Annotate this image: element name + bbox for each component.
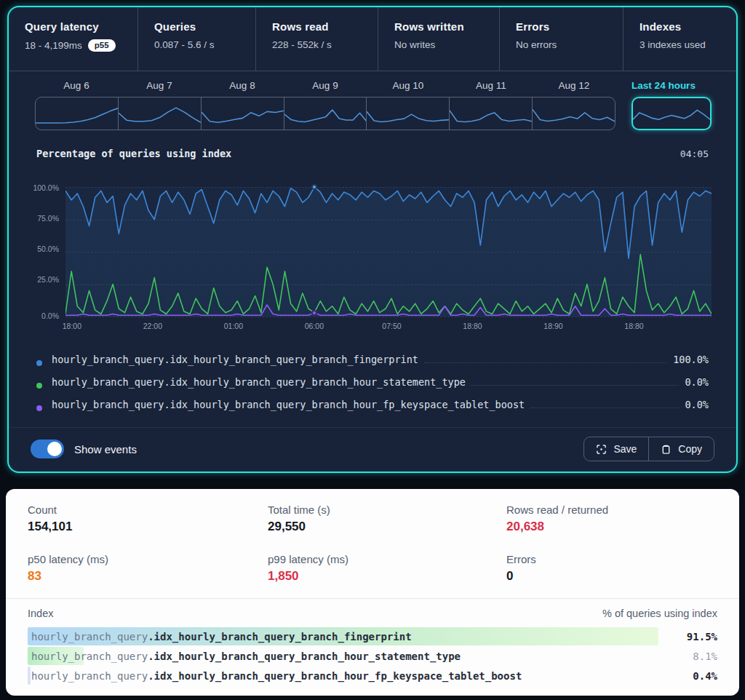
y-tick: 25.0% [9, 276, 59, 284]
x-tick: 18:80 [624, 322, 643, 330]
index-name: .idx_hourly_branch_query_branch_hour_fp_… [148, 670, 522, 682]
metric-card-rows-written[interactable]: Rows written No writes [378, 7, 500, 71]
y-tick: 75.0% [9, 215, 59, 223]
metric-title: Indexes [640, 20, 736, 33]
legend-dot-purple [36, 405, 42, 411]
metric-value: 0.087 - 5.6 / s [154, 39, 255, 50]
metric-card-query-latency[interactable]: Query latency 18 - 4,199ms p55 [9, 7, 138, 71]
timeline-day-label: Aug 7 [118, 80, 201, 97]
metric-card-queries[interactable]: Queries 0.087 - 5.6 / s [138, 7, 256, 71]
metric-title: Errors [516, 20, 623, 33]
metric-title: Queries [154, 20, 255, 33]
table-row[interactable]: hourly_branch_query.idx_hourly_branch_qu… [28, 646, 717, 666]
index-pct: 91.5% [687, 631, 717, 643]
timeline-day-label: Aug 11 [450, 80, 533, 97]
metric-label: Count [28, 504, 268, 516]
save-copy-button-group: Save Copy [583, 437, 714, 461]
save-button[interactable]: Save [584, 437, 648, 461]
legend-index-pct: 100.0% [673, 354, 709, 365]
y-axis: 100.0% 75.0% 50.0% 25.0% 0.0% [9, 187, 65, 317]
panel-footer: Show events Save [9, 427, 736, 472]
percentile-badge[interactable]: p55 [88, 39, 116, 52]
timeline-last24-cell[interactable] [632, 97, 712, 130]
y-tick: 50.0% [9, 245, 59, 253]
legend-leader-line [530, 397, 679, 408]
legend-leader-line [424, 351, 667, 363]
metric-card-errors[interactable]: Errors No errors [500, 7, 624, 71]
metric-p50-latency: p50 latency (ms) 83 [28, 553, 268, 584]
metric-title: Rows read [272, 20, 378, 33]
index-usage-table: Index % of queries using index hourly_br… [6, 598, 739, 685]
metric-value: No writes [394, 39, 499, 50]
x-tick: 22:00 [143, 322, 162, 330]
index-pct: 0.4% [693, 670, 717, 682]
timeline-day-cell[interactable] [367, 98, 450, 130]
chart-plot-area[interactable] [65, 187, 712, 317]
metric-count: Count 154,101 [28, 504, 268, 534]
x-tick: 18:80 [463, 322, 482, 330]
x-tick: 01:00 [224, 322, 243, 330]
timeline-day-cell[interactable] [36, 98, 119, 130]
metric-label: Errors [506, 553, 739, 565]
metric-value: 18 - 4,199ms [25, 40, 82, 51]
timeline-days-strip [35, 97, 615, 130]
metric-value: 20,638 [506, 520, 739, 534]
save-button-label: Save [613, 443, 637, 455]
legend-index-name: hourly_branch_query.idx_hourly_branch_qu… [52, 354, 418, 365]
metric-header-row: Query latency 18 - 4,199ms p55 Queries 0… [9, 7, 736, 71]
metric-card-rows-read[interactable]: Rows read 228 - 552k / s [256, 7, 378, 71]
legend-row[interactable]: hourly_branch_query.idx_hourly_branch_qu… [36, 351, 709, 374]
metric-total-time: Total time (s) 29,550 [268, 504, 506, 534]
show-events-toggle[interactable] [31, 440, 64, 458]
metric-title: Rows written [394, 20, 499, 33]
x-tick: 18:00 [63, 322, 81, 330]
metric-value: No errors [516, 39, 623, 50]
metric-rows-read-returned: Rows read / returned 20,638 [506, 504, 739, 534]
chart-marker-purple [311, 310, 317, 316]
timeline-day-cell[interactable] [202, 98, 284, 130]
table-header-index: Index [28, 608, 53, 619]
copy-button[interactable]: Copy [648, 437, 714, 461]
timeline-day-label: Aug 12 [533, 80, 615, 97]
timeline-day-cell[interactable] [450, 98, 533, 130]
show-events-label: Show events [74, 443, 137, 456]
legend-row[interactable]: hourly_branch_query.idx_hourly_branch_qu… [36, 397, 709, 419]
metric-label: p99 latency (ms) [268, 553, 506, 565]
chart-lines [65, 187, 712, 317]
legend-index-pct: 0.0% [685, 399, 709, 410]
legend-dot-blue [36, 360, 42, 366]
y-tick: 100.0% [9, 184, 59, 192]
chart-clock: 04:05 [680, 148, 709, 159]
timeline-day-cell[interactable] [533, 98, 615, 130]
query-summary-card: Count 154,101 Total time (s) 29,550 Rows… [6, 489, 739, 696]
gridline [65, 317, 712, 317]
metric-value: 154,101 [28, 520, 268, 534]
index-prefix: hourly_branch_query [31, 631, 148, 643]
chart-title: Percentage of queries using index [36, 148, 231, 159]
table-row[interactable]: hourly_branch_query.idx_hourly_branch_qu… [28, 627, 717, 646]
copy-button-label: Copy [678, 443, 702, 455]
legend-row[interactable]: hourly_branch_query.idx_hourly_branch_qu… [36, 374, 709, 397]
timeline-day-cell[interactable] [119, 98, 202, 130]
metric-card-indexes[interactable]: Indexes 3 indexes used [624, 7, 736, 71]
metric-value: 228 - 552k / s [272, 39, 378, 50]
table-header-pct: % of queries using index [602, 608, 717, 619]
timeline-day-label: Aug 9 [284, 80, 367, 97]
index-prefix: hourly_branch_query [31, 670, 148, 682]
metric-p99-latency: p99 latency (ms) 1,850 [268, 553, 506, 584]
table-row[interactable]: hourly_branch_query.idx_hourly_branch_qu… [28, 666, 717, 685]
metric-value: 0 [506, 569, 739, 584]
metric-label: Rows read / returned [506, 504, 739, 516]
metric-label: p50 latency (ms) [28, 553, 268, 565]
legend-index-name: hourly_branch_query.idx_hourly_branch_qu… [52, 399, 525, 410]
metric-value: 1,850 [268, 569, 506, 584]
timeline-day-label: Aug 10 [367, 80, 450, 97]
timeline-day-cell[interactable] [284, 98, 367, 130]
metric-value: 3 indexes used [640, 39, 736, 50]
legend-index-pct: 0.0% [685, 376, 709, 388]
x-axis: 18:00 22:00 01:00 06:00 07:50 18:80 18:9… [65, 319, 712, 334]
metric-title: Query latency [25, 20, 138, 33]
chart-marker-blue [311, 184, 317, 190]
index-prefix: hourly_branch_query [31, 651, 148, 662]
chart-legend: hourly_branch_query.idx_hourly_branch_qu… [36, 351, 709, 419]
